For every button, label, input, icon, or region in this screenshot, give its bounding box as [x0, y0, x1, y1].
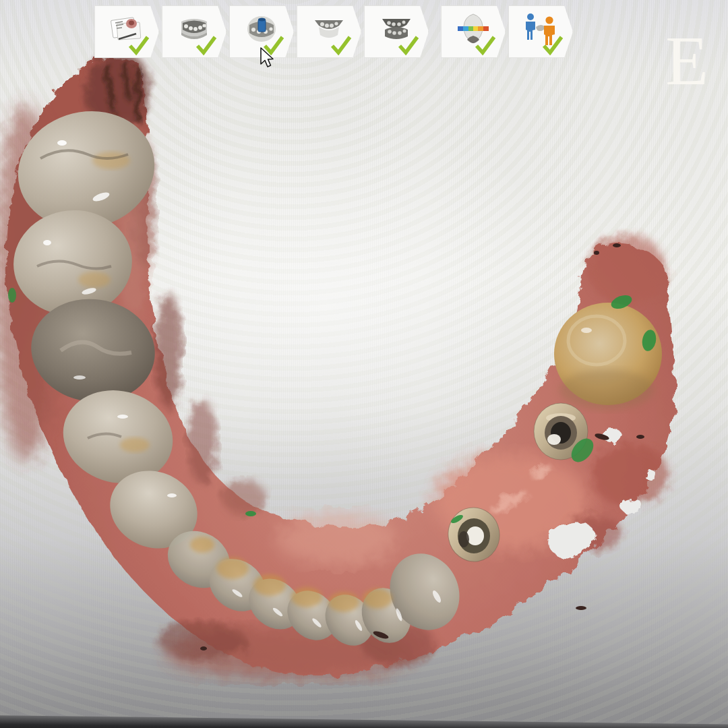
toolbar-group-gap: [431, 5, 441, 58]
check-icon: [475, 35, 496, 55]
step-upper-jaw-scan[interactable]: [297, 5, 361, 58]
check-icon: [195, 35, 217, 55]
step-lower-jaw-scan[interactable]: [162, 5, 226, 58]
mouse-cursor: [260, 47, 276, 69]
check-icon: [542, 35, 564, 55]
step-order-form[interactable]: [94, 5, 159, 58]
step-bite-occlusion[interactable]: [364, 5, 429, 58]
scan-viewport[interactable]: [0, 0, 728, 728]
step-patient-review[interactable]: [508, 5, 573, 58]
check-icon: [398, 35, 419, 55]
check-icon: [128, 35, 150, 55]
step-occlusion-shade-map[interactable]: [441, 5, 506, 58]
workflow-toolbar: [94, 5, 576, 58]
check-icon: [330, 35, 352, 55]
mandible-scan-3d: [0, 0, 728, 728]
logo-e: E: [663, 26, 710, 96]
